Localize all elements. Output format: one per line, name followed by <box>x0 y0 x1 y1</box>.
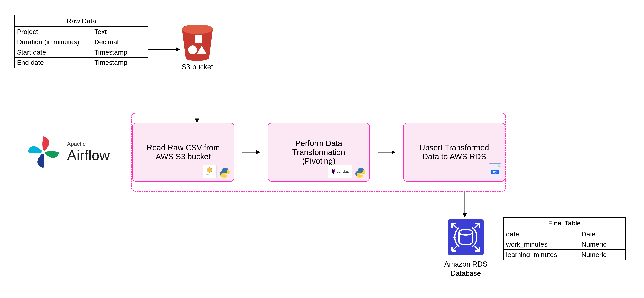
svg-marker-10 <box>207 167 212 172</box>
final-table: Final Table date Date work_minutes Numer… <box>503 217 626 260</box>
rds-node: Amazon RDS Database <box>438 217 494 278</box>
task-label: Perform Data Transformation (Pivoting) <box>276 139 362 166</box>
table-row: End date Timestamp <box>14 57 148 68</box>
s3-bucket-icon <box>180 24 215 61</box>
task-label: Read Raw CSV from AWS S3 bucket <box>140 143 226 161</box>
arrow-task2-to-task3 <box>378 148 395 156</box>
arrow-airflow-to-rds <box>461 192 469 217</box>
svg-rect-15 <box>334 169 335 172</box>
task-tool-icons: Boto 3 <box>203 165 230 178</box>
task-upsert-rds: Upsert Transformed Data to AWS RDS SQL <box>403 123 506 182</box>
task-label: Upsert Transformed Data to AWS RDS <box>412 143 497 161</box>
pandas-icon: pandas <box>328 165 352 178</box>
svg-point-9 <box>42 150 46 154</box>
task-tool-icons: SQL <box>489 163 501 178</box>
svg-marker-17 <box>392 150 395 154</box>
python-icon <box>219 167 230 178</box>
s3-bucket-node: S3 bucket <box>178 24 217 71</box>
table-row: work_minutes Numeric <box>504 239 625 249</box>
svg-point-3 <box>188 46 197 54</box>
raw-data-table-body: Project Text Duration (in minutes) Decim… <box>14 27 148 68</box>
final-table-body: date Date work_minutes Numeric learning_… <box>504 229 625 260</box>
svg-marker-6 <box>176 48 180 51</box>
architecture-diagram: Raw Data Project Text Duration (in minut… <box>0 0 644 298</box>
airflow-pinwheel-icon <box>24 132 63 172</box>
svg-marker-12 <box>256 150 260 154</box>
table-row: Project Text <box>14 27 148 37</box>
sql-file-icon: SQL <box>489 163 501 178</box>
rds-database-icon <box>446 217 486 257</box>
task-tool-icons: pandas <box>328 165 366 178</box>
arrow-rawdata-to-s3 <box>148 46 180 53</box>
final-table-title: Final Table <box>504 218 625 229</box>
svg-point-1 <box>182 25 213 34</box>
rds-label: Amazon RDS Database <box>438 260 494 278</box>
task-read-csv: Read Raw CSV from AWS S3 bucket Boto 3 <box>132 123 234 182</box>
airflow-brand: Apache Airflow <box>24 128 126 176</box>
svg-rect-2 <box>194 35 202 43</box>
svg-rect-14 <box>333 170 334 174</box>
table-row: Duration (in minutes) Decimal <box>14 37 148 47</box>
svg-marker-19 <box>463 213 467 217</box>
task-transform: Perform Data Transformation (Pivoting) p… <box>268 123 370 182</box>
table-row: learning_minutes Numeric <box>504 249 625 260</box>
boto3-icon: Boto 3 <box>203 165 216 178</box>
table-row: Start date Timestamp <box>14 47 148 57</box>
airflow-brand-text: Apache Airflow <box>67 141 110 163</box>
svg-rect-13 <box>332 169 333 173</box>
table-row: date Date <box>504 229 625 239</box>
arrow-task1-to-task2 <box>242 148 260 156</box>
raw-data-table-title: Raw Data <box>14 16 148 27</box>
airflow-dag-region: Read Raw CSV from AWS S3 bucket Boto 3 <box>131 113 506 192</box>
raw-data-table: Raw Data Project Text Duration (in minut… <box>14 15 148 68</box>
python-icon <box>355 167 366 178</box>
